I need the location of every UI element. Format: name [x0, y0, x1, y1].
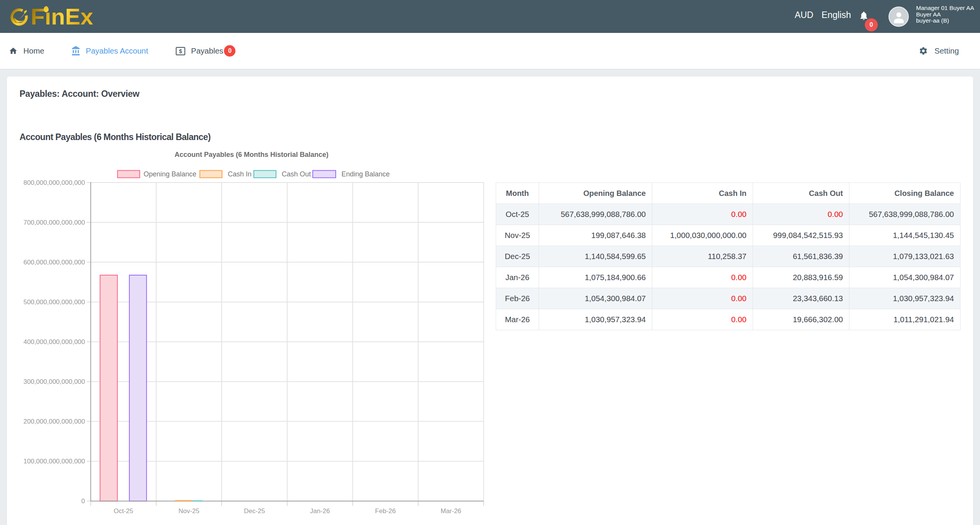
svg-text:Jan-26: Jan-26 — [310, 507, 330, 515]
svg-text:100,000,000,000,000: 100,000,000,000,000 — [23, 458, 85, 465]
svg-text:Cash Out: Cash Out — [282, 170, 311, 178]
svg-text:400,000,000,000,000: 400,000,000,000,000 — [23, 338, 85, 346]
svg-text:Dec-25: Dec-25 — [244, 507, 265, 515]
svg-text:300,000,000,000,000: 300,000,000,000,000 — [23, 378, 85, 385]
svg-text:Oct-25: Oct-25 — [114, 507, 133, 515]
svg-text:Account Payables (6 Months His: Account Payables (6 Months Historial Bal… — [175, 151, 328, 158]
svg-text:Mar-26: Mar-26 — [441, 507, 461, 515]
svg-text:500,000,000,000,000: 500,000,000,000,000 — [23, 298, 85, 306]
svg-text:600,000,000,000,000: 600,000,000,000,000 — [23, 259, 85, 266]
svg-text:Cash In: Cash In — [228, 170, 252, 178]
svg-text:0: 0 — [82, 497, 85, 505]
svg-text:700,000,000,000,000: 700,000,000,000,000 — [23, 219, 85, 226]
svg-text:Feb-26: Feb-26 — [375, 507, 396, 515]
svg-text:Opening Balance: Opening Balance — [144, 170, 196, 178]
svg-text:200,000,000,000,000: 200,000,000,000,000 — [23, 418, 85, 425]
svg-text:Ending Balance: Ending Balance — [341, 170, 390, 178]
svg-text:800,000,000,000,000: 800,000,000,000,000 — [23, 179, 85, 186]
svg-text:Nov-25: Nov-25 — [178, 507, 199, 515]
